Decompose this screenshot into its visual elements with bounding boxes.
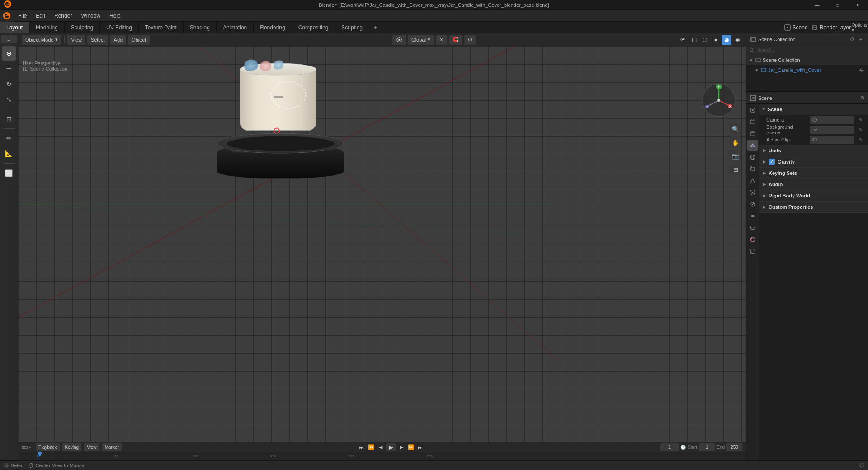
custom-props-section-header[interactable]: ▶ Custom Properties <box>759 202 868 212</box>
pivot-btn[interactable]: ⊙ <box>436 35 447 45</box>
keying-sets-section-header[interactable]: ▶ Keying Sets <box>759 168 868 179</box>
blender-menu-logo[interactable] <box>0 10 14 22</box>
view-btn[interactable]: View <box>84 443 99 451</box>
next-frame-btn[interactable]: ⏩ <box>407 443 415 451</box>
timeline-type-icon[interactable]: ▾ <box>22 444 31 451</box>
hand-btn[interactable]: ✋ <box>730 136 741 148</box>
tab-layout[interactable]: Layout <box>0 22 29 33</box>
material-preview-icon[interactable]: ◕ <box>722 35 731 45</box>
wireframe-icon[interactable]: ⬡ <box>700 35 710 45</box>
tab-modeling[interactable]: Modeling <box>29 22 65 33</box>
outliner-scene-collection[interactable]: ▾ Scene Collection <box>746 55 868 65</box>
add-cube-tool[interactable]: ⬜ <box>2 166 16 180</box>
active-clip-field[interactable] <box>810 136 854 144</box>
jump-end-btn[interactable]: ⏭ <box>416 443 425 451</box>
properties-options-btn[interactable]: ⚙ <box>860 95 864 100</box>
prop-tab-physics[interactable] <box>747 199 758 210</box>
camera-field[interactable] <box>810 116 854 124</box>
outliner-jar-candle[interactable]: ▾ Jar_Candle_with_Cover <box>746 65 868 75</box>
prop-tab-output[interactable] <box>747 117 758 127</box>
background-edit-btn[interactable]: ✎ <box>857 126 864 133</box>
object-menu-btn[interactable]: Object <box>128 35 150 45</box>
current-frame-input[interactable]: 1 <box>660 443 679 451</box>
rigid-body-section-header[interactable]: ▶ Rigid Body World <box>759 190 868 201</box>
proportional-btn[interactable]: ⊙ <box>464 35 476 45</box>
outliner-new-btn[interactable]: + <box>857 36 864 43</box>
close-button[interactable]: ✕ <box>848 0 868 10</box>
scale-tool[interactable]: ⤡ <box>2 92 16 107</box>
add-menu-btn[interactable]: Add <box>110 35 127 45</box>
options-button[interactable]: Options ▾ <box>854 23 864 33</box>
tab-texture-paint[interactable]: Texture Paint <box>139 22 184 33</box>
select-menu-btn[interactable]: Select <box>87 35 108 45</box>
prop-tab-scene[interactable] <box>747 140 758 151</box>
menu-window[interactable]: Window <box>76 10 105 22</box>
prev-keyframe-btn[interactable]: ◀ <box>377 443 385 451</box>
menu-file[interactable]: File <box>14 10 31 22</box>
maximize-button[interactable]: □ <box>827 0 848 10</box>
prop-tab-object[interactable] <box>747 164 758 174</box>
annotate-tool[interactable]: ✏ <box>2 131 16 146</box>
prop-tab-render[interactable] <box>747 105 758 116</box>
camera-edit-btn[interactable]: ✎ <box>857 116 864 123</box>
xray-icon[interactable]: ◫ <box>689 35 699 45</box>
jump-start-btn[interactable]: ⏮ <box>358 443 366 451</box>
keying-btn[interactable]: Keying <box>62 443 82 451</box>
prop-tab-modifier[interactable] <box>747 175 758 186</box>
prop-tab-constraints[interactable] <box>747 211 758 221</box>
prop-tab-material[interactable] <box>747 234 758 245</box>
prop-tab-view-layer[interactable] <box>747 128 758 139</box>
units-section-header[interactable]: ▶ Units <box>759 145 868 156</box>
start-frame-input[interactable]: 1 <box>699 443 715 451</box>
scene-section-header[interactable]: ▾ Scene <box>759 104 868 115</box>
gravity-section-header[interactable]: ▶ ✓ Gravity <box>759 156 868 167</box>
viewport-3d[interactable]: User Perspective (1) Scene Collection <box>18 46 746 442</box>
prop-tab-world[interactable] <box>747 152 758 163</box>
prop-tab-texture[interactable] <box>747 246 758 257</box>
ortho-btn[interactable]: ⊟ <box>730 164 741 175</box>
gravity-checkbox[interactable]: ✓ <box>769 159 775 165</box>
minimize-button[interactable]: — <box>807 0 827 10</box>
background-scene-field[interactable] <box>810 126 854 134</box>
marker-btn[interactable]: Marker <box>102 443 122 451</box>
menu-render[interactable]: Render <box>50 10 76 22</box>
navigation-gizmo[interactable]: Y X Z <box>701 82 737 118</box>
audio-section-header[interactable]: ▶ Audio <box>759 179 868 190</box>
visibility-icon[interactable] <box>859 67 864 73</box>
move-tool[interactable]: ✛ <box>2 61 16 76</box>
tab-animation[interactable]: Animation <box>217 22 254 33</box>
tab-shading[interactable]: Shading <box>184 22 217 33</box>
snapping-btn[interactable]: 🧲 <box>449 35 462 45</box>
menu-edit[interactable]: Edit <box>31 10 50 22</box>
mode-select-btn[interactable]: Object Mode ▾ <box>22 35 61 45</box>
menu-help[interactable]: Help <box>105 10 125 22</box>
solid-icon[interactable]: ● <box>711 35 721 45</box>
view-menu-btn[interactable]: View <box>67 35 85 45</box>
timeline-scrubber[interactable]: 1 50 100 150 200 250 <box>18 452 746 460</box>
prop-tab-data[interactable] <box>747 222 758 233</box>
zoom-in-btn[interactable]: 🔍 <box>730 123 741 135</box>
clip-edit-btn[interactable]: ✎ <box>857 136 864 143</box>
play-btn[interactable]: ▶ <box>386 443 396 451</box>
mode-dropdown[interactable]: ☰ <box>1 35 17 43</box>
playback-btn[interactable]: Playback <box>36 443 60 451</box>
add-workspace-button[interactable]: + <box>369 22 382 33</box>
cursor-tool[interactable]: ⊕ <box>2 46 16 61</box>
viewport-shading-btn[interactable] <box>392 35 406 45</box>
tab-uv-editing[interactable]: UV Editing <box>100 22 139 33</box>
outliner-filter-btn[interactable]: ⚙ <box>849 36 856 43</box>
transform-tool[interactable]: ⊞ <box>2 112 16 126</box>
next-keyframe-btn[interactable]: ▶ <box>397 443 406 451</box>
transform-orient-btn[interactable]: Global▾ <box>408 35 434 45</box>
tab-compositing[interactable]: Compositing <box>292 22 335 33</box>
rendered-icon[interactable]: ◉ <box>732 35 742 45</box>
tab-sculpting[interactable]: Sculpting <box>65 22 100 33</box>
prev-frame-btn[interactable]: ⏪ <box>367 443 375 451</box>
end-frame-input[interactable]: 250 <box>726 443 742 451</box>
rotate-tool[interactable]: ↻ <box>2 77 16 91</box>
tab-rendering[interactable]: Rendering <box>254 22 292 33</box>
viewport-overlay-icon[interactable]: 👁 <box>678 35 688 45</box>
measure-tool[interactable]: 📐 <box>2 146 16 161</box>
prop-tab-particles[interactable] <box>747 187 758 198</box>
tab-scripting[interactable]: Scripting <box>335 22 369 33</box>
